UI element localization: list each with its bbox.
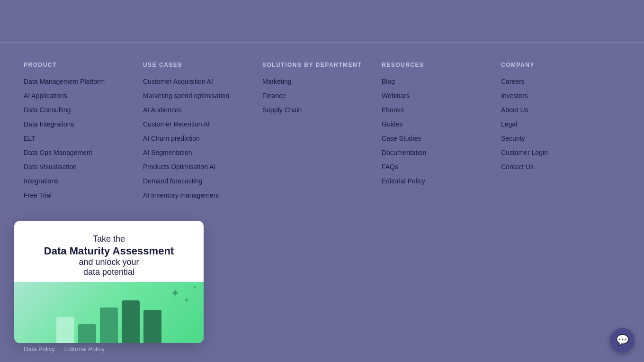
nav-section-title-resources: RESOURCES [382, 62, 501, 68]
nav-link-webinars[interactable]: Webinars [382, 92, 501, 100]
nav-link-faqs[interactable]: FAQs [382, 163, 501, 171]
chart-illustration [56, 300, 161, 343]
nav-link-investors[interactable]: Investors [501, 92, 620, 100]
nav-link-ai-churn-prediction[interactable]: AI Churn prediction [143, 135, 262, 142]
popup-image: ✦ ✦ ✦ [14, 282, 204, 343]
nav-link-marketing[interactable]: Marketing [262, 78, 382, 85]
nav-link-data-integrations[interactable]: Data Integrations [24, 120, 143, 128]
nav-link-guides[interactable]: Guides [382, 120, 501, 128]
nav-section-resources: RESOURCESBlogWebinarsEbooksGuidesCase St… [382, 62, 501, 206]
nav-section-title-use_cases: USE CASES [143, 62, 262, 68]
nav-link-finance[interactable]: Finance [262, 92, 382, 100]
nav-link-products-optimisation-ai[interactable]: Products Optimisation AI [143, 163, 262, 171]
nav-link-marketing-spend-optimisation[interactable]: Marketing spend optimisation [143, 92, 262, 100]
nav-link-data-ops-management[interactable]: Data Ops Management [24, 149, 143, 156]
nav-link-blog[interactable]: Blog [382, 78, 501, 85]
popup-card: Take the Data Maturity Assessment and un… [14, 221, 204, 343]
nav-link-ai-audiences[interactable]: AI Audiences [143, 106, 262, 114]
chat-icon: 💬 [616, 334, 629, 346]
nav-link-contact-us[interactable]: Contact Us [501, 163, 620, 171]
nav-link-careers[interactable]: Careers [501, 78, 620, 85]
popup-subtitle: and unlock your data potential [27, 257, 190, 277]
popup-title: Data Maturity Assessment [27, 245, 190, 257]
nav-link-data-management-platform[interactable]: Data Management Platform [24, 78, 143, 85]
nav-link-supply-chain[interactable]: Supply Chain [262, 106, 382, 114]
nav-link-data-visualisation[interactable]: Data Visualisation [24, 163, 143, 171]
sparkle-small-icon: ✦ [184, 296, 189, 304]
nav-link-ebooks[interactable]: Ebooks [382, 106, 501, 114]
nav-link-ai-applications[interactable]: AI Applications [24, 92, 143, 100]
popup-text: Take the Data Maturity Assessment and un… [14, 221, 204, 282]
chart-bar-1 [56, 317, 74, 343]
nav-link-legal[interactable]: Legal [501, 120, 620, 128]
nav-link-customer-login[interactable]: Customer Login [501, 149, 620, 156]
nav-link-customer-retention-ai[interactable]: Customer Retention AI [143, 120, 262, 128]
chart-bar-5 [143, 310, 161, 343]
nav-link-security[interactable]: Security [501, 135, 620, 142]
footer-data-policy-link[interactable]: Data Policy [24, 345, 55, 353]
nav-section-product: PRODUCTData Management PlatformAI Applic… [24, 62, 143, 206]
top-fade-area [0, 0, 644, 43]
nav-section-title-product: PRODUCT [24, 62, 143, 68]
nav-link-data-consulting[interactable]: Data Consulting [24, 106, 143, 114]
nav-section-company: COMPANYCareersInvestorsAbout UsLegalSecu… [501, 62, 620, 206]
nav-link-customer-acquisition-ai[interactable]: Customer Acquisition AI [143, 78, 262, 85]
sparkle-tiny-icon: ✦ [193, 284, 197, 290]
nav-section-title-solutions: SOLUTIONS BY DEPARTMENT [262, 62, 382, 68]
nav-link-case-studies[interactable]: Case Studies [382, 135, 501, 142]
nav-columns: PRODUCTData Management PlatformAI Applic… [0, 43, 644, 220]
nav-link-free-trial[interactable]: Free Trial [24, 191, 143, 199]
chat-button[interactable]: 💬 [610, 328, 635, 353]
chart-bar-4 [122, 300, 140, 343]
chart-bar-2 [78, 324, 96, 343]
popup-take-text: Take the [27, 234, 190, 244]
nav-link-demand-forecasting[interactable]: Demand forecasting [143, 177, 262, 185]
nav-link-ai-segmentation[interactable]: AI Segmentation [143, 149, 262, 156]
nav-link-documentation[interactable]: Documentation [382, 149, 501, 156]
nav-link-about-us[interactable]: About Us [501, 106, 620, 114]
nav-section-solutions: SOLUTIONS BY DEPARTMENTMarketingFinanceS… [262, 62, 382, 206]
chart-bar-3 [100, 308, 118, 343]
nav-section-use_cases: USE CASESCustomer Acquisition AIMarketin… [143, 62, 262, 206]
footer-editorial-policy-link[interactable]: Editorial Policy [64, 345, 105, 353]
nav-link-elt[interactable]: ELT [24, 135, 143, 142]
nav-link-integrations[interactable]: Integrations [24, 177, 143, 185]
nav-section-title-company: COMPANY [501, 62, 620, 68]
sparkle-icon: ✦ [170, 287, 180, 300]
nav-link-editorial-policy[interactable]: Editorial Policy [382, 177, 501, 185]
nav-link-ai-inventory-management[interactable]: AI Inventory management [143, 191, 262, 199]
